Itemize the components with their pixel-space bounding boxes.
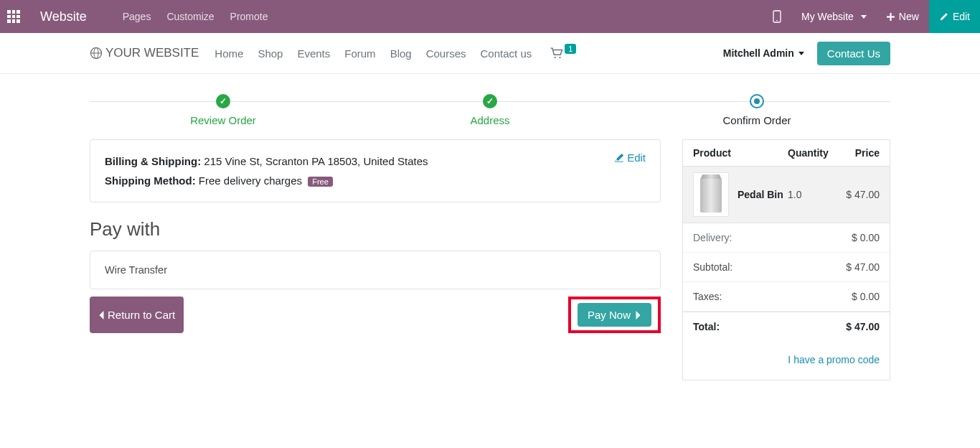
billing-address: 215 Vine St, Scranton PA 18503, United S… — [204, 155, 428, 167]
topbar-right: My Website New Edit — [763, 0, 980, 33]
taxes-label: Taxes: — [693, 291, 722, 302]
site-navbar: YOUR WEBSITE Home Shop Events Forum Blog… — [0, 33, 980, 74]
product-name: Pedal Bin — [738, 189, 788, 200]
topbar-left: Website Pages Customize Promote — [7, 9, 268, 24]
main-row: Billing & Shipping: 215 Vine St, Scranto… — [90, 139, 890, 381]
svg-rect-3 — [887, 16, 895, 17]
chevron-right-icon — [635, 310, 641, 320]
summary-taxes-row: Taxes: $ 0.00 — [683, 282, 890, 312]
mobile-icon — [773, 10, 781, 23]
summary-product-row: Pedal Bin 1.0 $ 47.00 — [683, 167, 890, 223]
pay-with-heading: Pay with — [90, 218, 661, 241]
action-row: Return to Cart Pay Now — [90, 297, 661, 333]
cart-icon — [550, 47, 563, 59]
subtotal-label: Subtotal: — [693, 261, 732, 273]
header-quantity: Quantity — [788, 147, 834, 159]
order-summary: Product Quantity Price Pedal Bin 1.0 $ 4… — [682, 139, 890, 381]
delivery-value: $ 0.00 — [852, 232, 880, 243]
chevron-down-icon — [861, 15, 867, 19]
payment-method-wire-transfer[interactable]: Wire Transfer — [90, 251, 661, 289]
pencil-icon — [939, 12, 948, 22]
header-product: Product — [693, 147, 788, 159]
step-label: Review Order — [90, 114, 357, 126]
edit-address-link[interactable]: Edit — [614, 151, 646, 164]
shipping-method-label: Shipping Method: — [105, 174, 196, 187]
pedal-bin-icon — [700, 177, 722, 213]
nav-blog[interactable]: Blog — [390, 47, 412, 60]
edit-label: Edit — [953, 11, 970, 22]
promo-code-row: I have a promo code — [683, 341, 890, 380]
left-column: Billing & Shipping: 215 Vine St, Scranto… — [90, 139, 661, 333]
billing-text: Billing & Shipping: 215 Vine St, Scranto… — [105, 151, 428, 190]
subtotal-value: $ 47.00 — [846, 261, 880, 273]
total-value: $ 47.00 — [846, 321, 880, 332]
radio-active-icon — [750, 94, 764, 108]
edit-link-label: Edit — [627, 151, 646, 164]
shipping-method: Free delivery charges — [199, 174, 302, 187]
edit-button[interactable]: Edit — [929, 0, 980, 33]
contact-us-button[interactable]: Contact Us — [817, 42, 890, 65]
nav-events[interactable]: Events — [297, 47, 330, 60]
summary-header: Product Quantity Price — [683, 140, 890, 167]
summary-subtotal-row: Subtotal: $ 47.00 — [683, 253, 890, 282]
summary-total-row: Total: $ 47.00 — [683, 312, 890, 341]
product-qty: 1.0 — [788, 189, 834, 200]
logo-text: YOUR WEBSITE — [105, 46, 199, 60]
pencil-square-icon — [614, 153, 624, 163]
topbar-menu-pages[interactable]: Pages — [123, 11, 151, 22]
step-address[interactable]: Address — [357, 94, 623, 126]
chevron-down-icon — [798, 52, 804, 55]
pay-now-button[interactable]: Pay Now — [578, 303, 651, 327]
site-menu: Home Shop Events Forum Blog Courses Cont… — [215, 47, 532, 60]
user-name: Mitchell Admin — [723, 47, 794, 59]
nav-forum[interactable]: Forum — [344, 47, 375, 60]
sitebar-right: Mitchell Admin Contact Us — [723, 42, 890, 65]
product-image — [693, 172, 729, 217]
svg-point-8 — [560, 57, 561, 58]
topbar-menu: Pages Customize Promote — [123, 11, 268, 22]
step-review-order[interactable]: Review Order — [90, 94, 357, 126]
my-website-label: My Website — [801, 11, 854, 22]
main-container: Review Order Address Confirm Order Billi… — [81, 94, 899, 381]
product-price: $ 47.00 — [834, 189, 880, 200]
header-price: Price — [834, 147, 880, 159]
pay-now-highlight: Pay Now — [568, 297, 661, 333]
return-to-cart-button[interactable]: Return to Cart — [90, 297, 184, 333]
taxes-value: $ 0.00 — [852, 291, 880, 302]
chevron-left-icon — [98, 310, 105, 320]
nav-courses[interactable]: Courses — [426, 47, 466, 60]
user-dropdown[interactable]: Mitchell Admin — [723, 47, 804, 59]
mobile-preview-button[interactable] — [763, 0, 791, 33]
nav-shop[interactable]: Shop — [258, 47, 283, 60]
svg-point-7 — [555, 57, 556, 58]
topbar-menu-promote[interactable]: Promote — [230, 11, 268, 22]
checkout-steps: Review Order Address Confirm Order — [90, 94, 890, 126]
new-button[interactable]: New — [877, 0, 929, 33]
payment-method-label: Wire Transfer — [105, 264, 167, 276]
new-label: New — [899, 11, 919, 22]
cart-count-badge: 1 — [565, 44, 576, 54]
site-logo[interactable]: YOUR WEBSITE — [90, 46, 199, 60]
step-label: Address — [357, 114, 623, 126]
nav-home[interactable]: Home — [215, 47, 243, 60]
check-icon — [483, 94, 497, 108]
cart-link[interactable]: 1 — [550, 47, 576, 59]
return-label: Return to Cart — [108, 309, 175, 321]
check-icon — [216, 94, 230, 108]
apps-icon[interactable] — [7, 10, 20, 23]
billing-label: Billing & Shipping: — [105, 155, 201, 167]
app-topbar: Website Pages Customize Promote My Websi… — [0, 0, 980, 33]
free-badge: Free — [308, 177, 333, 187]
nav-contact-us[interactable]: Contact us — [481, 47, 532, 60]
total-label: Total: — [693, 321, 720, 332]
app-title: Website — [40, 9, 87, 24]
globe-icon — [90, 47, 103, 60]
delivery-label: Delivery: — [693, 232, 732, 243]
step-confirm-order[interactable]: Confirm Order — [623, 94, 890, 126]
promo-code-link[interactable]: I have a promo code — [788, 354, 880, 365]
billing-panel: Billing & Shipping: 215 Vine St, Scranto… — [90, 139, 661, 202]
svg-point-1 — [776, 20, 778, 22]
my-website-dropdown[interactable]: My Website — [791, 0, 877, 33]
topbar-menu-customize[interactable]: Customize — [166, 11, 214, 22]
summary-delivery-row: Delivery: $ 0.00 — [683, 223, 890, 253]
